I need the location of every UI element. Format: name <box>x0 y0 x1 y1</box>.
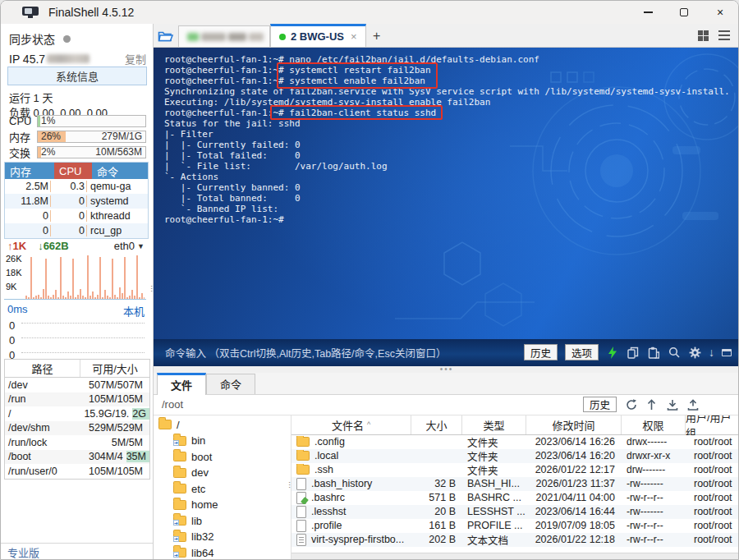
scroll-down-icon[interactable]: ↓ <box>709 346 714 359</box>
terminal-line: `- Banned IP list: <box>164 204 737 214</box>
col-size[interactable]: 大小 <box>411 415 462 434</box>
disk-col-path[interactable]: 路径 <box>5 360 80 377</box>
tree-item[interactable]: ➜ lib <box>154 513 291 530</box>
file-row[interactable]: .ssh 文件夹 2026/01/22 12:17 drw------- roo… <box>291 463 739 477</box>
tree-item[interactable]: ➜ / <box>154 417 291 434</box>
disk-row[interactable]: /run/user/0 105M/105M <box>5 464 149 479</box>
net-interface-select[interactable]: eth0 <box>114 240 135 252</box>
history-button[interactable]: 历史 <box>524 344 558 360</box>
tab-commands[interactable]: 命令 <box>206 374 255 394</box>
file-table-scrollbar[interactable] <box>291 553 739 560</box>
options-button[interactable]: 选项 <box>565 344 599 360</box>
gauge-bar: 1% <box>37 115 146 127</box>
path-bar: /root 历史 <box>154 395 739 415</box>
terminal-line: | |- Total failed: 0 <box>164 150 737 161</box>
col-owner[interactable]: 用户/用户组 <box>686 415 739 434</box>
process-row[interactable]: 11.8M 0 systemd <box>5 194 148 209</box>
file-name: .config <box>314 436 345 448</box>
col-mtime[interactable]: 修改时间 <box>526 415 622 434</box>
maximize-button[interactable] <box>666 1 702 24</box>
terminal-line: `- Actions <box>164 172 737 182</box>
ping-row: 0 <box>9 318 145 333</box>
system-info-button[interactable]: 系统信息 <box>7 67 147 85</box>
file-row[interactable]: .local 文件夹 2023/06/14 16:20 drwxr-xr-x r… <box>291 449 739 463</box>
process-col-memory[interactable]: 内存 <box>5 163 54 179</box>
new-tab-button[interactable]: + <box>366 25 388 47</box>
ping-row: 0 <box>9 333 145 347</box>
minimize-button[interactable] <box>630 1 666 24</box>
up-level-icon[interactable] <box>645 398 658 411</box>
tree-item[interactable]: ➜ boot <box>154 449 291 466</box>
disk-row[interactable]: /boot 304M/4 35M <box>5 450 149 465</box>
window-mode-icon[interactable] <box>722 349 732 356</box>
process-row[interactable]: 2.5M 0.3 qemu-ga <box>5 179 148 194</box>
col-type[interactable]: 类型 <box>462 415 526 434</box>
disk-row[interactable]: /dev 507M/507M <box>5 378 149 392</box>
terminal-line: root@cheerful-fan-1:~# systemctl restart… <box>164 65 737 76</box>
tree-item[interactable]: ➜ home <box>154 497 291 513</box>
disk-row[interactable]: / 15.9G/19. 2G <box>5 406 149 421</box>
tree-item[interactable]: ➜ lib64 <box>154 545 291 560</box>
process-table: 内存 CPU 命令 2.5M 0.3 qemu-ga 11.8M 0 syste… <box>4 162 149 239</box>
current-path-input[interactable]: /root <box>162 398 183 411</box>
tab-close-icon[interactable]: × <box>351 30 357 43</box>
file-row[interactable]: .config 文件夹 2023/06/14 16:26 drwx------ … <box>291 435 739 449</box>
tree-item[interactable]: ➜ lib32 <box>154 529 291 545</box>
lightning-icon[interactable] <box>606 346 619 359</box>
file-icon <box>296 520 306 532</box>
file-row[interactable]: .bash_history 32 B BASH_HI... 2026/01/23… <box>291 477 739 491</box>
open-connection-folder-icon[interactable] <box>154 25 178 47</box>
ip-label: IP 45.7 <box>9 53 45 66</box>
sync-status-dot-icon <box>63 35 71 43</box>
symlink-badge-icon: ➜ <box>173 520 179 526</box>
edition-link[interactable]: 专业版 <box>1 543 153 560</box>
file-icon <box>296 478 306 490</box>
col-filename[interactable]: 文件名^ <box>291 415 411 434</box>
terminal-line: |- Filter <box>164 129 737 140</box>
close-button[interactable]: × <box>702 1 738 24</box>
tab-files[interactable]: 文件 <box>157 373 206 395</box>
process-col-command[interactable]: 命令 <box>92 163 148 179</box>
tab-label: 2 BWG-US <box>291 30 344 43</box>
hamburger-menu-icon[interactable] <box>718 30 730 41</box>
process-row[interactable]: 0 0 kthreadd <box>5 209 148 223</box>
download-icon[interactable] <box>666 398 678 411</box>
panel-splitter[interactable]: ••• <box>154 366 739 373</box>
copy-icon[interactable] <box>627 346 640 359</box>
terminal-output: root@cheerful-fan-1:~# nano /etc/fail2ba… <box>164 54 737 225</box>
refresh-icon[interactable] <box>625 398 637 411</box>
file-row[interactable]: .bashrc 571 B BASHRC ... 2021/04/11 04:0… <box>291 491 739 505</box>
gauge-detail: 279M/1G <box>102 131 142 142</box>
process-col-cpu[interactable]: CPU <box>54 163 92 179</box>
file-row[interactable]: .lesshst 20 B LESSHST ... 2023/06/14 16:… <box>291 505 739 519</box>
paste-icon[interactable] <box>647 346 660 359</box>
process-row[interactable]: 0 0 rcu_gp <box>5 223 148 238</box>
gear-icon[interactable] <box>688 346 701 359</box>
file-row[interactable]: .profile 161 B PROFILE ... 2019/07/09 18… <box>291 519 739 533</box>
tree-item[interactable]: ➜ bin <box>154 433 291 449</box>
terminal-line: | |- Currently failed: 0 <box>164 140 737 150</box>
ping-host[interactable]: 本机 <box>123 303 145 319</box>
file-row[interactable]: virt-sysprep-firstbo... 202 B 文本文档 2026/… <box>291 533 739 547</box>
terminal-tab-2-active[interactable]: 2 BWG-US × <box>270 24 366 47</box>
tree-item[interactable]: ➜ etc <box>154 481 291 498</box>
chevron-down-icon[interactable]: ▼ <box>137 242 145 250</box>
search-icon[interactable] <box>668 346 681 359</box>
tree-item[interactable]: ➜ dev <box>154 465 291 481</box>
disk-row[interactable]: /dev/shm 529M/529M <box>5 421 149 436</box>
disk-row[interactable]: /run 105M/105M <box>5 392 149 407</box>
layout-grid-icon[interactable] <box>698 30 709 41</box>
gauge-label: 交换 <box>9 145 37 160</box>
terminal-tab-1[interactable] <box>178 25 270 47</box>
copy-ip-button[interactable]: 复制 <box>125 51 146 67</box>
col-permissions[interactable]: 权限 <box>622 415 686 434</box>
terminal[interactable]: root@cheerful-fan-1:~# nano /etc/fail2ba… <box>154 48 739 339</box>
disk-row[interactable]: /run/lock 5M/5M <box>5 435 149 450</box>
upload-icon[interactable] <box>686 398 699 411</box>
tree-resize-handle[interactable]: ⋯ <box>288 481 291 489</box>
command-input-bar[interactable]: 命令输入 （双击Ctrl切换,Alt历史,Tab路径/命令,Esc关闭窗口） 历… <box>154 339 739 366</box>
file-panel-tabs: 文件 命令 <box>154 373 739 395</box>
disk-col-size[interactable]: 可用/大小 <box>80 360 149 377</box>
tree-item-label: lib <box>191 515 202 527</box>
path-history-button[interactable]: 历史 <box>583 397 617 412</box>
